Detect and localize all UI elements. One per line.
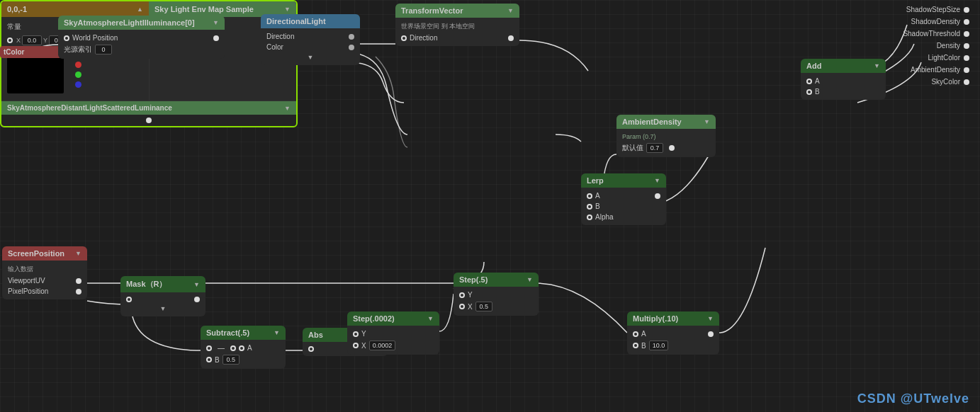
- ambient-density-title: AmbientDensity: [622, 118, 682, 126]
- sky-color-pin: [964, 79, 969, 85]
- big-node-left-title: 0,0,-1: [7, 5, 27, 13]
- sky-illum-node: SkyAtmosphereLightIlluminance[0] ▼ World…: [58, 16, 225, 59]
- sky-illum-title: SkyAtmosphereLightIlluminance[0]: [64, 18, 195, 27]
- world-pos-out-pin: [213, 35, 219, 41]
- multiply-b-row: B 10.0: [627, 339, 719, 352]
- big-node-bottom-header[interactable]: SkyAtmosphereDistantLightScatteredLumina…: [1, 101, 296, 115]
- light-color-label: LightColor: [928, 54, 960, 62]
- sky-illum-chevron[interactable]: ▼: [213, 19, 219, 26]
- ambient-default-label: 默认值: [622, 143, 643, 153]
- density-row: Density: [903, 40, 969, 52]
- add-a-in-pin: [806, 79, 812, 84]
- add-header[interactable]: Add ▼: [801, 59, 886, 73]
- density-label: Density: [937, 42, 960, 50]
- mask-io-row: [120, 295, 205, 304]
- step1-title: Step(.0002): [353, 314, 395, 323]
- screen-pos-subtitle: 输入数据: [8, 265, 33, 274]
- abs-in-pin: [308, 346, 314, 352]
- abs-title: Abs: [308, 331, 323, 339]
- add-b-in-pin: [806, 89, 812, 95]
- screen-pos-subtitle-row: 输入数据: [2, 263, 87, 275]
- subtract-a-mid-pin: [230, 345, 236, 351]
- step2-header[interactable]: Step(.5) ▼: [454, 273, 539, 287]
- subtract-b-val[interactable]: 0.5: [223, 355, 240, 365]
- directional-light-header[interactable]: DirectionalLight: [261, 14, 360, 28]
- step1-chevron[interactable]: ▼: [427, 315, 434, 322]
- dir-light-direction-out-pin: [349, 34, 354, 40]
- screen-pos-header[interactable]: ScreenPosition ▼: [2, 246, 87, 261]
- directional-light-node: DirectionalLight Direction Color ▼: [261, 14, 360, 65]
- light-color-row: LightColor: [903, 52, 969, 64]
- subtract-a-in-pin: [206, 345, 212, 351]
- step1-x-label: X: [361, 342, 366, 350]
- screen-pos-chevron[interactable]: ▼: [75, 250, 81, 257]
- mask-expand-row[interactable]: ▼: [120, 304, 205, 314]
- ambient-default-row: 默认值 0.7: [616, 142, 716, 154]
- step1-node: Step(.0002) ▼ Y X 0.0002: [347, 311, 439, 355]
- multiply-b-val[interactable]: 10.0: [649, 341, 669, 350]
- step2-x-val[interactable]: 0.5: [475, 302, 492, 311]
- add-b-label: B: [815, 88, 820, 96]
- multiply-chevron[interactable]: ▼: [707, 315, 714, 322]
- big-node-left-chevron[interactable]: ▲: [137, 6, 143, 13]
- dir-light-expand-chevron[interactable]: ▼: [308, 54, 314, 61]
- lerp-alpha-in-pin: [587, 214, 592, 220]
- multiply-a-row: A: [627, 328, 719, 339]
- transform-vector-header[interactable]: TransformVector ▼: [395, 4, 519, 18]
- multiply-node: Multiply(.10) ▼ A B 10.0: [627, 311, 719, 355]
- lerp-node: Lerp ▼ A B Alpha: [581, 173, 666, 225]
- shadow-step-size-row: ShadowStepSize: [903, 4, 969, 16]
- step2-chevron[interactable]: ▼: [526, 276, 533, 283]
- sky-color-row: SkyColor: [903, 76, 969, 88]
- transform-direction-out-pin: [508, 35, 514, 41]
- step1-x-val[interactable]: 0.0002: [369, 341, 396, 350]
- dir-light-direction-row: Direction: [261, 31, 360, 42]
- pixel-out-pin: [76, 289, 81, 294]
- lerp-b-in-pin: [587, 204, 592, 210]
- ambient-density-right-pin: [964, 67, 969, 73]
- lerp-chevron[interactable]: ▼: [654, 177, 660, 184]
- dir-light-expand-row[interactable]: ▼: [261, 52, 360, 62]
- mask-expand-chevron[interactable]: ▼: [160, 305, 167, 312]
- dir-light-color-label: Color: [266, 43, 283, 51]
- subtract-header[interactable]: Subtract(.5) ▼: [201, 326, 286, 340]
- mask-header[interactable]: Mask（R） ▼: [120, 276, 205, 292]
- transform-direction-row: Direction: [395, 33, 519, 43]
- light-source-row: 光源索引 0: [58, 43, 225, 56]
- ambient-density-node: AmbientDensity ▼ Param (0.7) 默认值 0.7: [616, 115, 716, 157]
- transform-vector-node: TransformVector ▼ 世界场景空间 到 本地空间 Directio…: [395, 4, 519, 46]
- sky-illum-header[interactable]: SkyAtmosphereLightIlluminance[0] ▼: [58, 16, 225, 30]
- transform-vector-chevron[interactable]: ▼: [507, 7, 514, 14]
- mask-out-pin: [194, 297, 200, 302]
- subtract-a-mid2-pin: [239, 345, 244, 351]
- step2-y-row: Y: [454, 290, 539, 300]
- step2-x-in-pin: [459, 304, 465, 309]
- dir-light-direction-label: Direction: [266, 33, 294, 40]
- pixel-row: PixelPosition: [2, 286, 87, 297]
- y-label: Y: [43, 37, 47, 44]
- big-node-left-header[interactable]: 0,0,-1 ▲: [1, 1, 149, 17]
- shadow-threshold-row: ShadowThreshold: [903, 28, 969, 40]
- multiply-header[interactable]: Multiply(.10) ▼: [627, 311, 719, 326]
- ambient-param-row: Param (0.7): [616, 132, 716, 142]
- directional-light-title: DirectionalLight: [266, 17, 326, 25]
- right-labels-panel: ShadowStepSize ShadowDensity ShadowThres…: [903, 0, 969, 88]
- bottom-title: SkyAtmosphereDistantLightScatteredLumina…: [7, 104, 172, 112]
- mask-chevron[interactable]: ▼: [193, 281, 200, 288]
- ambient-density-chevron[interactable]: ▼: [704, 118, 710, 125]
- big-node-right-chevron[interactable]: ▼: [284, 6, 291, 13]
- shadow-threshold-label: ShadowThreshold: [903, 30, 960, 38]
- subtract-chevron[interactable]: ▼: [274, 329, 280, 336]
- step1-header[interactable]: Step(.0002) ▼: [347, 311, 439, 326]
- add-chevron[interactable]: ▼: [874, 62, 880, 69]
- step2-x-row: X 0.5: [454, 300, 539, 313]
- bottom-chevron[interactable]: ▼: [284, 105, 291, 112]
- lerp-header[interactable]: Lerp ▼: [581, 173, 666, 188]
- bottom-pin-row: [1, 115, 296, 126]
- ambient-density-right-row: AmbientDensity: [903, 64, 969, 76]
- light-source-val: 0: [95, 45, 112, 55]
- world-position-label: World Position: [72, 34, 118, 42]
- x-val[interactable]: 0.0: [22, 35, 42, 45]
- ambient-default-val[interactable]: 0.7: [646, 143, 663, 153]
- ambient-density-header[interactable]: AmbientDensity ▼: [616, 115, 716, 129]
